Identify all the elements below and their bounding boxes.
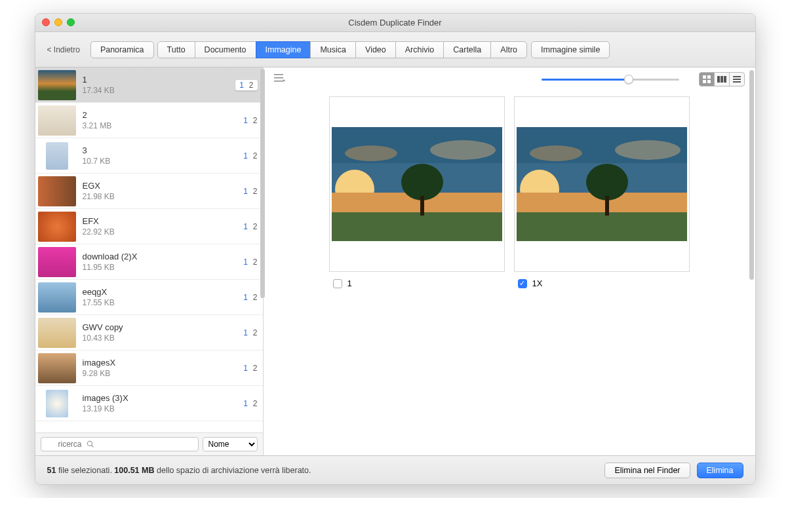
item-counts: 12 <box>243 187 257 196</box>
footer-count: 51 <box>47 466 56 475</box>
tab-similar[interactable]: Immagine simile <box>531 41 610 58</box>
list-item[interactable]: download (2)X 11.95 KB 12 <box>35 244 263 280</box>
list-item[interactable]: 3 10.7 KB 12 <box>35 138 263 174</box>
item-size: 9.28 KB <box>83 369 244 378</box>
main-panel: 1 1X <box>264 67 755 455</box>
list-item[interactable]: EGX 21.98 KB 12 <box>35 174 263 209</box>
tab-video[interactable]: Video <box>355 41 396 58</box>
svg-rect-2 <box>274 81 283 82</box>
svg-rect-6 <box>707 80 711 83</box>
svg-point-18 <box>401 164 443 200</box>
scrollbar[interactable] <box>749 70 754 280</box>
svg-rect-8 <box>721 76 723 83</box>
tab-image[interactable]: Immagine <box>256 41 311 58</box>
item-size: 17.55 KB <box>83 298 244 307</box>
svg-rect-11 <box>733 79 741 80</box>
search-input[interactable] <box>41 437 199 451</box>
footer: 51 file selezionati. 100.51 MB dello spa… <box>35 455 755 484</box>
list-item[interactable]: eeqgX 17.55 KB 12 <box>35 280 263 315</box>
list: 1 17.34 KB 12 2 3.21 MB 12 3 10.7 KB 12 … <box>35 67 263 432</box>
tab-folder[interactable]: Cartella <box>443 41 491 58</box>
toolbar: < Indietro Panoramica Tutto Documento Im… <box>35 32 755 67</box>
item-name: imagesX <box>83 358 244 368</box>
view-compare-button[interactable] <box>714 72 730 86</box>
zoom-button[interactable] <box>67 18 75 26</box>
item-name: download (2)X <box>83 252 244 261</box>
item-name: eeqgX <box>83 287 244 297</box>
svg-rect-7 <box>717 76 720 83</box>
select-options-icon[interactable] <box>274 73 286 85</box>
item-size: 13.19 KB <box>83 404 244 413</box>
svg-rect-0 <box>274 74 283 75</box>
svg-point-30 <box>615 140 681 160</box>
list-item[interactable]: GWV copy 10.43 KB 12 <box>35 315 263 351</box>
item-counts: 12 <box>243 399 257 408</box>
tabbar: Panoramica Tutto Documento Immagine Musi… <box>90 41 610 58</box>
tab-archive[interactable]: Archivio <box>395 41 444 58</box>
sidebar: 1 17.34 KB 12 2 3.21 MB 12 3 10.7 KB 12 … <box>35 67 264 455</box>
thumbnail-icon <box>38 282 76 313</box>
search-icon <box>87 440 94 448</box>
zoom-slider[interactable] <box>542 79 679 81</box>
svg-rect-5 <box>703 80 706 83</box>
svg-point-20 <box>345 145 397 161</box>
preview-thumbnail[interactable] <box>514 96 690 272</box>
tab-all[interactable]: Tutto <box>157 41 195 58</box>
svg-point-27 <box>586 164 628 200</box>
sidebar-scrollbar[interactable] <box>260 69 265 298</box>
svg-rect-10 <box>733 76 741 77</box>
item-size: 17.34 KB <box>83 86 236 95</box>
select-checkbox[interactable] <box>333 279 342 288</box>
svg-rect-3 <box>703 75 706 79</box>
svg-point-29 <box>530 145 582 161</box>
preview-thumbnail[interactable] <box>329 96 505 272</box>
item-size: 22.92 KB <box>83 227 244 237</box>
item-name: images (3)X <box>83 393 244 403</box>
thumbnail-icon <box>38 176 76 206</box>
close-button[interactable] <box>42 18 50 26</box>
svg-rect-9 <box>724 76 726 83</box>
tab-other[interactable]: Altro <box>490 41 527 58</box>
preview-card: 1 <box>329 96 505 288</box>
delete-button[interactable]: Elimina <box>697 463 743 478</box>
item-size: 3.21 MB <box>83 121 244 130</box>
item-counts: 12 <box>243 257 257 267</box>
view-grid-button[interactable] <box>699 72 715 86</box>
thumbnail-icon <box>38 105 76 136</box>
preview-label: 1 <box>347 278 352 288</box>
thumbnail-icon <box>38 212 76 242</box>
list-item[interactable]: 2 3.21 MB 12 <box>35 103 263 138</box>
svg-rect-12 <box>733 81 741 83</box>
tab-music[interactable]: Musica <box>310 41 356 58</box>
view-list-button[interactable] <box>729 72 745 86</box>
tab-document[interactable]: Documento <box>195 41 256 58</box>
delete-finder-button[interactable]: Elimina nel Finder <box>604 463 690 478</box>
list-item[interactable]: imagesX 9.28 KB 12 <box>35 351 263 386</box>
back-button[interactable]: < Indietro <box>45 43 83 57</box>
footer-amount: 100.51 MB <box>114 466 154 475</box>
item-counts: 12 <box>243 151 257 161</box>
list-item[interactable]: 1 17.34 KB 12 <box>35 67 263 103</box>
minimize-button[interactable] <box>54 18 62 26</box>
item-name: 2 <box>83 110 244 120</box>
item-name: 1 <box>83 75 236 85</box>
item-size: 10.43 KB <box>83 333 244 343</box>
select-checkbox[interactable] <box>518 279 527 288</box>
list-item[interactable]: EFX 22.92 KB 12 <box>35 209 263 244</box>
thumbnail-icon <box>38 247 76 277</box>
list-item[interactable]: images (3)X 13.19 KB 12 <box>35 386 263 421</box>
svg-rect-28 <box>605 196 609 216</box>
item-counts: 12 <box>235 80 257 90</box>
svg-rect-19 <box>420 196 424 216</box>
item-counts: 12 <box>243 222 257 231</box>
item-name: GWV copy <box>83 322 244 332</box>
thumbnail-icon <box>38 70 76 100</box>
item-size: 21.98 KB <box>83 192 244 201</box>
thumbnail-icon <box>38 353 76 383</box>
tab-overview[interactable]: Panoramica <box>90 41 154 58</box>
item-name: EGX <box>83 181 244 191</box>
item-name: 3 <box>83 145 244 155</box>
sort-select[interactable]: Nome <box>203 437 258 451</box>
svg-point-21 <box>430 140 496 160</box>
svg-rect-4 <box>707 75 711 79</box>
